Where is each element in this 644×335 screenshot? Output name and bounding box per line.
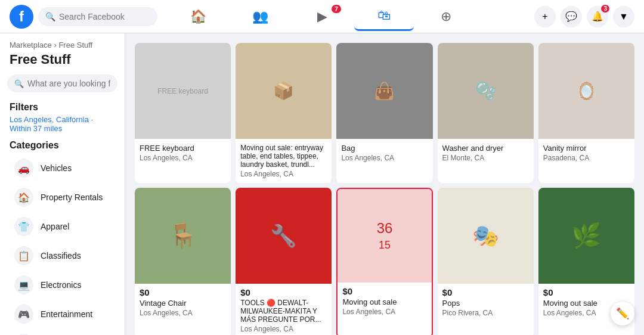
listing-card[interactable]: 🪑 $0 Vintage Chair Los Angeles, CA xyxy=(135,188,231,335)
sidebar-search-input[interactable] xyxy=(27,79,110,88)
card-location: Los Angeles, CA xyxy=(341,154,428,162)
marketplace-icon: 🛍 xyxy=(377,8,391,23)
groups-icon: ⊕ xyxy=(441,9,451,24)
card-location: Los Angeles, CA xyxy=(140,309,226,317)
sidebar-item-classifieds[interactable]: 📋 Classifieds xyxy=(5,241,120,270)
sidebar-item-vehicles[interactable]: 🚗 Vehicles xyxy=(5,154,120,182)
listing-card[interactable]: 🔧 $0 TOOLS 🔴 DEWALT-MILWAUKEE-MAKITA Y M… xyxy=(236,188,332,335)
card-title: FREE keyboard xyxy=(140,144,226,153)
card-image: 🪞 xyxy=(538,43,634,139)
card-location: Los Angeles, CA xyxy=(342,308,426,316)
listing-card[interactable]: 👜 Bag Los Angeles, CA xyxy=(336,43,432,183)
card-location: Los Angeles, CA xyxy=(240,170,327,178)
card-image: 🎭 xyxy=(438,188,534,284)
watch-badge: 7 xyxy=(332,5,341,13)
sidebar-item-electronics[interactable]: 💻 Electronics xyxy=(5,271,120,299)
property-rentals-label: Property Rentals xyxy=(41,193,103,202)
card-location: Pasadena, CA xyxy=(543,154,630,162)
classifieds-label: Classifieds xyxy=(41,251,81,260)
card-title: Pops xyxy=(442,299,529,308)
filter-location[interactable]: Los Angeles, California · Within 37 mile… xyxy=(10,115,115,133)
card-image: 🪑 xyxy=(135,188,231,284)
card-image: FREE keyboard xyxy=(135,43,231,139)
card-title: Vintage Chair xyxy=(140,299,226,308)
nav-right: + 💬 🔔 3 ▼ xyxy=(534,6,634,27)
card-image: 🔧 xyxy=(236,188,332,284)
search-input[interactable] xyxy=(59,12,150,21)
sidebar-item-property-rentals[interactable]: 🏠 Property Rentals xyxy=(5,183,120,212)
notifications-badge: 3 xyxy=(601,5,609,13)
vehicles-label: Vehicles xyxy=(41,163,72,173)
nav-marketplace[interactable]: 🛍 xyxy=(354,2,414,31)
nav-home[interactable]: 🏠 xyxy=(168,2,228,31)
card-location: Los Angeles, CA xyxy=(140,154,226,162)
entertainment-icon: 🎮 xyxy=(14,305,33,324)
card-image: 👜 xyxy=(336,43,432,139)
card-price: $0 xyxy=(342,286,426,296)
card-title: Vanity mirror xyxy=(543,144,630,153)
property-rentals-icon: 🏠 xyxy=(14,188,33,207)
friends-icon: 👥 xyxy=(252,9,268,24)
main-layout: Marketplace › Marketplace › Free Stuff F… xyxy=(0,33,644,335)
notifications-button[interactable]: 🔔 3 xyxy=(587,6,608,27)
listing-card[interactable]: 🎭 $0 Pops Pico Rivera, CA xyxy=(438,188,534,335)
listing-card[interactable]: FREE keyboard FREE keyboard Los Angeles,… xyxy=(135,43,231,183)
breadcrumb-marketplace[interactable]: Marketplace xyxy=(10,41,52,49)
sidebar-item-apparel[interactable]: 👕 Apparel xyxy=(5,212,120,241)
listing-card[interactable]: 🫧 Washer and dryer El Monte, CA xyxy=(438,43,534,183)
messenger-button[interactable]: 💬 xyxy=(561,6,582,27)
card-image: 📦 xyxy=(236,43,332,139)
electronics-label: Electronics xyxy=(41,280,81,290)
card-title: Moving out sale xyxy=(342,297,426,306)
sidebar-item-family[interactable]: ❤️ Family xyxy=(5,329,120,335)
menu-button[interactable]: ▼ xyxy=(613,6,634,27)
listing-card[interactable]: 📦 Moving out sale: entryway table, end t… xyxy=(236,43,332,183)
card-location: El Monte, CA xyxy=(442,154,529,162)
card-title: Bag xyxy=(341,144,428,153)
compose-button[interactable]: ✏️ xyxy=(611,302,634,325)
add-button[interactable]: + xyxy=(534,6,556,27)
entertainment-label: Entertainment xyxy=(41,309,92,319)
categories-title: Categories xyxy=(0,135,125,153)
card-image: 🌿 xyxy=(538,188,634,284)
breadcrumb-freestuff: Free Stuff xyxy=(58,41,92,49)
classifieds-icon: 📋 xyxy=(14,246,33,265)
sidebar-search-icon: 🔍 xyxy=(14,79,24,88)
sidebar-search[interactable]: 🔍 xyxy=(7,75,117,92)
nav-watch[interactable]: ▶ 7 xyxy=(292,2,352,31)
home-icon: 🏠 xyxy=(190,9,206,24)
card-title: Moving out sale: entryway table, end tab… xyxy=(240,144,327,169)
page-title: Free Stuff xyxy=(10,52,115,67)
listing-card[interactable]: 🪞 Vanity mirror Pasadena, CA xyxy=(538,43,634,183)
filters-title: Filters xyxy=(10,102,115,113)
card-title: TOOLS 🔴 DEWALT-MILWAUKEE-MAKITA Y MÁS PR… xyxy=(240,299,327,324)
card-location: Los Angeles, CA xyxy=(240,325,327,333)
apparel-label: Apparel xyxy=(41,222,69,231)
search-icon: 🔍 xyxy=(45,12,55,21)
card-location: Pico Rivera, CA xyxy=(442,309,529,317)
nav-friends[interactable]: 👥 xyxy=(230,2,290,31)
listings-row-1: 🪑 $0 Vintage Chair Los Angeles, CA 🔧 $0 … xyxy=(135,188,634,335)
electronics-icon: 💻 xyxy=(14,275,33,294)
filters-section: Filters Los Angeles, California · Within… xyxy=(0,97,125,135)
sidebar: Marketplace › Marketplace › Free Stuff F… xyxy=(0,33,125,335)
card-price: $0 xyxy=(543,287,630,297)
facebook-logo[interactable]: f xyxy=(10,5,33,29)
sidebar-item-entertainment[interactable]: 🎮 Entertainment xyxy=(5,300,120,328)
nav-center: 🏠 👥 ▶ 7 🛍 ⊕ xyxy=(168,2,476,31)
watch-icon: ▶ xyxy=(317,9,327,24)
top-nav: f 🔍 🏠 👥 ▶ 7 🛍 ⊕ + 💬 🔔 3 ▼ xyxy=(0,0,644,33)
listing-card[interactable]: 36 15 $0 Moving out sale Los Angeles, CA xyxy=(336,188,432,335)
nav-left: f 🔍 xyxy=(10,5,157,29)
apparel-icon: 👕 xyxy=(14,217,33,236)
listings-content: FREE keyboard FREE keyboard Los Angeles,… xyxy=(125,33,644,335)
card-price: $0 xyxy=(140,287,226,297)
card-price: $0 xyxy=(240,287,327,297)
card-price: $0 xyxy=(442,287,529,297)
nav-groups[interactable]: ⊕ xyxy=(416,2,476,31)
breadcrumb: Marketplace › Marketplace › Free Stuff F… xyxy=(10,41,115,49)
card-image: 36 15 xyxy=(338,189,431,283)
card-title: Washer and dryer xyxy=(442,144,529,153)
listings-top-partial: FREE keyboard FREE keyboard Los Angeles,… xyxy=(135,43,634,183)
sidebar-header: Marketplace › Marketplace › Free Stuff F… xyxy=(0,33,125,70)
